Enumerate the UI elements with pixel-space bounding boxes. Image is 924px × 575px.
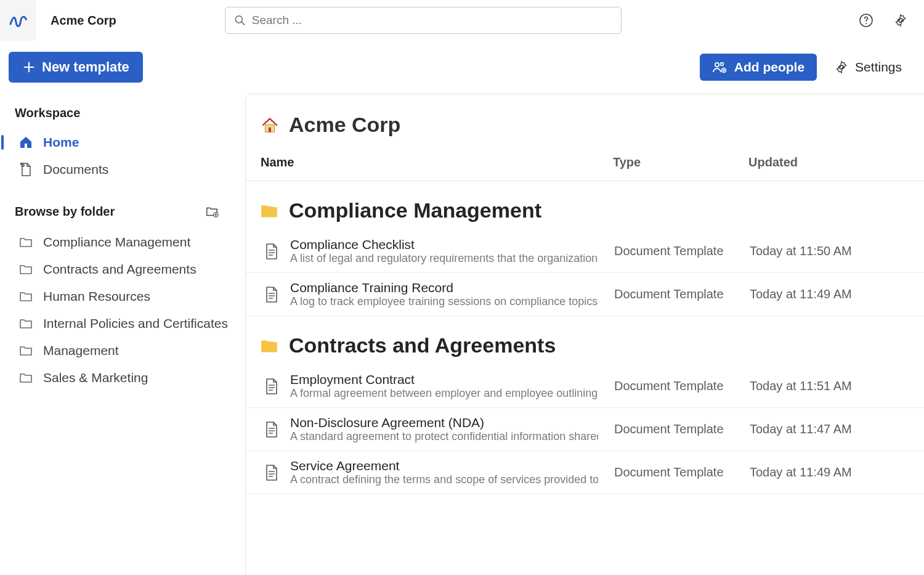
card-title-text: Acme Corp (289, 113, 400, 137)
svg-rect-18 (269, 127, 271, 132)
section-title: Contracts and Agreements (289, 333, 556, 357)
svg-point-11 (715, 63, 719, 67)
table-row[interactable]: Service Agreement A contract defining th… (246, 451, 924, 494)
sidebar-folder-item[interactable]: Sales & Marketing (0, 364, 245, 391)
layout: New template Workspace Home Documents Br… (0, 41, 924, 575)
main: Add people Settings Acme Corp N (245, 41, 924, 575)
settings-label: Settings (855, 60, 902, 75)
column-type[interactable]: Type (613, 155, 748, 169)
column-name[interactable]: Name (261, 155, 613, 169)
svg-point-3 (865, 23, 867, 24)
sidebar-item-label: Home (43, 135, 79, 150)
doc-updated: Today at 11:51 AM (750, 379, 909, 393)
doc-title: Employment Contract (290, 372, 614, 387)
doc-name-cell: Compliance Training Record A log to trac… (290, 280, 614, 308)
doc-description: A formal agreement between employer and … (290, 387, 598, 400)
new-template-label: New template (42, 59, 129, 75)
app-logo[interactable] (0, 0, 36, 41)
sidebar-folder-item[interactable]: Compliance Management (0, 229, 245, 256)
card-title: Acme Corp (246, 94, 924, 149)
action-row: Add people Settings (245, 41, 924, 94)
sidebar-folder-label: Sales & Marketing (43, 370, 148, 385)
table-row[interactable]: Non-Disclosure Agreement (NDA) A standar… (246, 408, 924, 451)
top-settings-button[interactable] (892, 12, 909, 29)
people-plus-icon (712, 60, 727, 75)
folder-icon (261, 338, 278, 353)
sidebar: New template Workspace Home Documents Br… (0, 41, 245, 575)
gear-icon (893, 13, 908, 28)
folder-outline-icon (18, 235, 33, 250)
folder-plus-icon (205, 205, 219, 218)
add-folder-button[interactable] (203, 203, 221, 220)
folder-icon (261, 203, 278, 218)
doc-name-cell: Non-Disclosure Agreement (NDA) A standar… (290, 415, 614, 443)
doc-type: Document Template (614, 244, 750, 258)
house-icon (261, 116, 279, 134)
search-wrap (126, 7, 848, 34)
plus-icon (22, 60, 36, 74)
document-icon (264, 286, 279, 303)
doc-name-cell: Service Agreement A contract defining th… (290, 459, 614, 486)
sidebar-folder-label: Compliance Management (43, 235, 190, 250)
doc-type: Document Template (614, 287, 750, 301)
sidebar-item-home[interactable]: Home (0, 129, 245, 156)
search-input[interactable] (252, 14, 612, 27)
new-template-button[interactable]: New template (9, 52, 143, 83)
sidebar-folder-item[interactable]: Internal Policies and Certificates (0, 310, 245, 337)
folder-outline-icon (18, 370, 33, 385)
section-heading[interactable]: Contracts and Agreements (246, 316, 924, 365)
sidebar-folder-label: Internal Policies and Certificates (43, 316, 228, 331)
table-row[interactable]: Compliance Checklist A list of legal and… (246, 230, 924, 273)
doc-updated: Today at 11:47 AM (750, 422, 909, 436)
doc-type: Document Template (614, 379, 750, 393)
doc-description: A log to track employee training session… (290, 295, 598, 308)
doc-updated: Today at 11:49 AM (750, 465, 909, 479)
home-icon (18, 135, 33, 150)
add-people-button[interactable]: Add people (700, 54, 817, 81)
sidebar-folder-label: Contracts and Agreements (43, 262, 197, 277)
sidebar-item-documents[interactable]: Documents (0, 156, 245, 183)
folder-outline-icon (18, 289, 33, 304)
content-card: Acme Corp Name Type Updated Compliance M… (245, 94, 924, 575)
doc-title: Compliance Training Record (290, 280, 614, 295)
browse-section-label: Browse by folder (15, 205, 115, 219)
document-icon (264, 378, 279, 395)
svg-point-12 (720, 63, 723, 66)
sidebar-folder-label: Human Resources (43, 289, 150, 304)
doc-type: Document Template (614, 422, 750, 436)
folder-outline-icon (18, 262, 33, 277)
svg-line-1 (241, 22, 245, 25)
sidebar-item-label: Documents (43, 162, 108, 177)
search-box[interactable] (225, 7, 622, 34)
document-icon (264, 243, 279, 260)
doc-name-cell: Employment Contract A formal agreement b… (290, 372, 614, 400)
help-icon (859, 13, 873, 28)
search-icon (234, 14, 246, 27)
doc-description: A standard agreement to protect confiden… (290, 430, 598, 443)
section-heading[interactable]: Compliance Management (246, 181, 924, 230)
add-people-label: Add people (734, 60, 804, 75)
browse-section-header: Browse by folder (0, 198, 245, 229)
doc-name-cell: Compliance Checklist A list of legal and… (290, 237, 614, 265)
scribble-logo-icon (9, 11, 27, 30)
document-icon (264, 421, 279, 438)
column-updated[interactable]: Updated (748, 155, 909, 169)
sidebar-folder-item[interactable]: Contracts and Agreements (0, 256, 245, 283)
doc-updated: Today at 11:50 AM (750, 244, 909, 258)
sidebar-folder-item[interactable]: Human Resources (0, 283, 245, 310)
folder-outline-icon (18, 316, 33, 331)
table-row[interactable]: Employment Contract A formal agreement b… (246, 365, 924, 408)
table-header: Name Type Updated (246, 149, 924, 181)
help-button[interactable] (857, 12, 875, 29)
doc-updated: Today at 11:49 AM (750, 287, 909, 301)
doc-description: A contract defining the terms and scope … (290, 473, 598, 486)
table-row[interactable]: Compliance Training Record A log to trac… (246, 273, 924, 316)
doc-type: Document Template (614, 465, 750, 479)
sidebar-folder-item[interactable]: Management (0, 337, 245, 364)
folder-outline-icon (18, 343, 33, 358)
section-title: Compliance Management (289, 198, 541, 222)
top-icons (857, 12, 909, 29)
sidebar-folder-label: Management (43, 343, 119, 358)
gear-icon (834, 60, 849, 75)
settings-button[interactable]: Settings (834, 60, 902, 75)
